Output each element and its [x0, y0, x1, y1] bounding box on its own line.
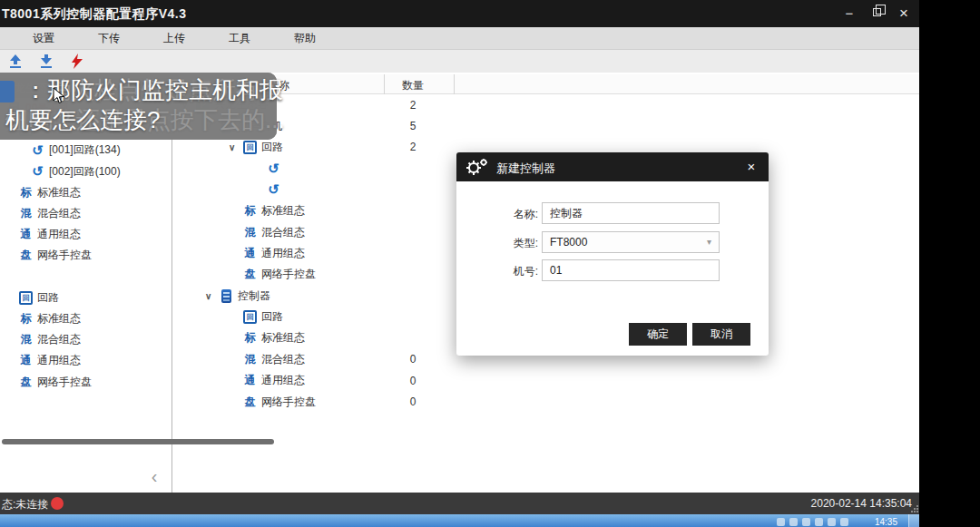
screen-letterbox	[919, 0, 980, 527]
tray-icon[interactable]	[789, 518, 798, 526]
status-dot-icon	[51, 497, 64, 510]
tray-icon[interactable]	[802, 518, 810, 526]
tree-node-icon	[243, 395, 257, 409]
clock[interactable]: 14:35	[875, 517, 897, 527]
machine-no-field-row: 机号:	[456, 259, 769, 281]
table-row[interactable]: 网络手控盘 0	[172, 391, 919, 412]
status-datetime: 2020-02-14 14:35:04	[811, 497, 912, 510]
taskbar-app-icon[interactable]	[65, 515, 89, 527]
list-item[interactable]: 混合组态	[0, 329, 172, 350]
list-item[interactable]: 标准组态	[0, 182, 172, 203]
chevron-down-icon[interactable]	[205, 291, 220, 301]
list-item[interactable]: 混合组态	[0, 203, 172, 224]
tree-node-icon	[19, 228, 33, 241]
dialog-title: 新建控制器	[496, 161, 555, 177]
resize-grip[interactable]	[911, 505, 918, 512]
tray-icon[interactable]	[828, 518, 836, 526]
close-button[interactable]: ×	[890, 0, 917, 27]
quantity-value: 2	[399, 99, 426, 112]
titlebar: T8001系列控制器配置程序V4.3 − ×	[0, 0, 919, 27]
tree-node-icon	[267, 161, 280, 175]
tree-node-icon	[31, 143, 44, 157]
column-divider[interactable]	[454, 74, 455, 94]
chat-bubble: ：那防火门监控主机和报 机要怎么连接?	[0, 73, 277, 140]
restore-button[interactable]	[865, 0, 892, 27]
menu-item[interactable]: 帮助	[289, 29, 321, 48]
tree-node-icon	[243, 247, 257, 260]
cancel-button[interactable]: 取消	[692, 323, 750, 346]
list-item[interactable]: [001]回路(134)	[0, 140, 172, 161]
ok-button[interactable]: 确定	[629, 323, 687, 346]
machine-no-input[interactable]	[542, 259, 720, 281]
menu-bar: 设置下传上传工具帮助	[0, 27, 919, 50]
menu-item[interactable]: 下传	[93, 29, 125, 48]
tray-icon[interactable]	[840, 518, 848, 526]
tree-node-icon	[19, 333, 33, 346]
list-item[interactable]: 网络手控盘	[0, 245, 172, 266]
quantity-value: 0	[399, 395, 426, 408]
tray-icon[interactable]	[777, 518, 785, 526]
taskbar-app-icon[interactable]	[127, 515, 151, 527]
menu-item[interactable]: 上传	[158, 29, 191, 48]
tree-node-icon	[243, 268, 257, 281]
scrollbar-thumb[interactable]	[2, 439, 274, 444]
show-desktop-button[interactable]	[908, 514, 919, 527]
list-item[interactable]: 通用组态	[0, 350, 172, 371]
tree-node-icon	[267, 183, 280, 197]
app-window: T8001系列控制器配置程序V4.3 − × 设置下传上传工具帮助 兴龙生态谷	[0, 0, 919, 514]
left-tree: 00号主机 回路 [001]回路(134)	[0, 98, 172, 393]
list-item[interactable]: 网络手控盘	[0, 371, 172, 392]
menu-item[interactable]: 设置	[27, 29, 60, 48]
status-bar: 态:未连接 2020-02-14 14:35:04	[0, 493, 919, 514]
dialog-close-icon[interactable]: ×	[741, 158, 761, 176]
dialog-header[interactable]: 新建控制器 ×	[456, 152, 769, 181]
window-title: T8001系列控制器配置程序V4.3	[2, 6, 187, 23]
tree-node-icon	[243, 141, 257, 154]
list-item[interactable]: 回路	[0, 288, 172, 308]
tree-table-panel: 名称 数量 兴龙生态谷 2	[172, 73, 919, 493]
upload-arrow-icon[interactable]	[5, 53, 25, 71]
tree-node-icon	[19, 312, 33, 326]
machine-no-label: 机号:	[466, 264, 538, 279]
name-input[interactable]	[542, 202, 720, 224]
connection-status: 态:未连接	[2, 497, 48, 512]
quantity-value: 2	[399, 141, 426, 153]
table-row[interactable]: 通用组态 0	[172, 370, 919, 391]
type-label: 类型:	[466, 236, 538, 251]
taskbar-app-icon[interactable]	[158, 515, 181, 527]
taskbar: 14:35	[0, 514, 919, 527]
tree-node-icon	[243, 331, 257, 345]
chevron-down-icon: ▾	[707, 232, 711, 252]
tree-node-icon	[19, 207, 33, 220]
taskbar-app-icon[interactable]	[34, 515, 58, 527]
type-field-row: 类型: FT8000 ▾	[456, 231, 769, 253]
main-area: 兴龙生态谷 00号主机 回路	[0, 73, 919, 493]
taskbar-app-icon[interactable]	[4, 515, 27, 527]
download-arrow-icon[interactable]	[36, 53, 56, 71]
taskbar-icons	[4, 515, 181, 527]
system-tray	[777, 518, 848, 526]
tree-node-icon	[19, 249, 33, 262]
column-divider[interactable]	[384, 74, 385, 94]
tree-node-icon	[243, 310, 257, 324]
lightning-icon[interactable]	[67, 53, 87, 71]
quantity-value: 0	[399, 353, 426, 366]
type-dropdown[interactable]: FT8000 ▾	[542, 231, 720, 253]
tree-node-icon	[19, 186, 33, 200]
tray-icon[interactable]	[815, 518, 823, 526]
menu-item[interactable]: 工具	[223, 29, 256, 48]
tree-node-icon	[31, 165, 44, 179]
list-item[interactable]	[0, 267, 172, 288]
list-item[interactable]: [002]回路(100)	[0, 161, 172, 182]
name-field-row: 名称:	[456, 202, 769, 224]
gear-icon	[466, 159, 489, 179]
mouse-cursor	[53, 87, 65, 109]
minimize-button[interactable]: −	[836, 0, 863, 27]
collapse-chevron-icon[interactable]: ‹	[145, 466, 163, 486]
tree-node-icon	[243, 226, 257, 239]
list-item[interactable]: 标准组态	[0, 308, 172, 329]
tree-node-icon	[19, 376, 33, 389]
list-item[interactable]: 通用组态	[0, 224, 172, 245]
chevron-down-icon[interactable]	[229, 142, 243, 152]
taskbar-app-icon[interactable]	[96, 515, 120, 527]
